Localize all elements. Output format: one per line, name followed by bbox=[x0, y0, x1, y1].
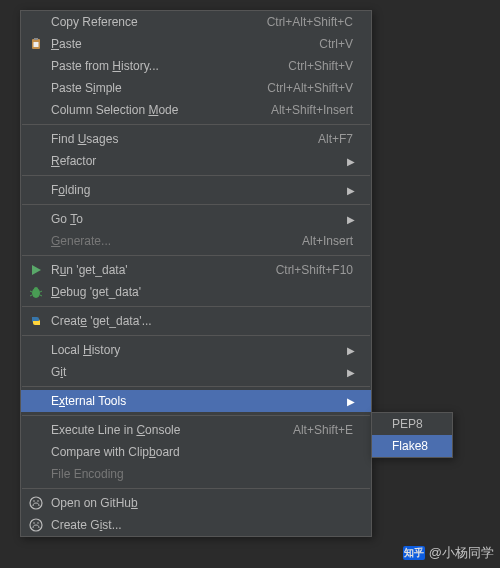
external-tools-submenu: PEP8 Flake8 bbox=[371, 412, 453, 458]
menu-label: Generate... bbox=[51, 234, 290, 248]
copy-reference-item[interactable]: Copy Reference Ctrl+Alt+Shift+C bbox=[21, 11, 371, 33]
menu-label: Paste Simple bbox=[51, 81, 255, 95]
blank-icon bbox=[27, 364, 45, 380]
shortcut: Alt+F7 bbox=[318, 132, 353, 146]
svg-point-15 bbox=[37, 522, 39, 524]
submenu-arrow-icon: ▶ bbox=[347, 345, 353, 356]
create-gist-item[interactable]: Create Gist... bbox=[21, 514, 371, 536]
svg-point-14 bbox=[33, 522, 35, 524]
file-encoding-item[interactable]: File Encoding bbox=[21, 463, 371, 485]
menu-label: Go To bbox=[51, 212, 337, 226]
debug-icon bbox=[27, 284, 45, 300]
watermark-text: @小杨同学 bbox=[429, 544, 494, 562]
blank-icon bbox=[27, 80, 45, 96]
generate-item[interactable]: Generate... Alt+Insert bbox=[21, 230, 371, 252]
menu-label: Run 'get_data' bbox=[51, 263, 264, 277]
paste-item[interactable]: Paste Ctrl+V bbox=[21, 33, 371, 55]
python-icon bbox=[27, 313, 45, 329]
submenu-arrow-icon: ▶ bbox=[347, 396, 353, 407]
pep8-item[interactable]: PEP8 bbox=[372, 413, 452, 435]
blank-icon bbox=[27, 153, 45, 169]
svg-line-6 bbox=[30, 291, 32, 292]
zhihu-icon: 知乎 bbox=[403, 546, 425, 560]
menu-label: Folding bbox=[51, 183, 337, 197]
blank-icon bbox=[27, 444, 45, 460]
blank-icon bbox=[27, 182, 45, 198]
local-history-item[interactable]: Local History ▶ bbox=[21, 339, 371, 361]
menu-label: Compare with Clipboard bbox=[51, 445, 353, 459]
submenu-arrow-icon: ▶ bbox=[347, 214, 353, 225]
menu-label: Flake8 bbox=[392, 439, 442, 453]
paste-simple-item[interactable]: Paste Simple Ctrl+Alt+Shift+V bbox=[21, 77, 371, 99]
find-usages-item[interactable]: Find Usages Alt+F7 bbox=[21, 128, 371, 150]
run-item[interactable]: Run 'get_data' Ctrl+Shift+F10 bbox=[21, 259, 371, 281]
compare-clipboard-item[interactable]: Compare with Clipboard bbox=[21, 441, 371, 463]
menu-label: Open on GitHub bbox=[51, 496, 353, 510]
menu-label: PEP8 bbox=[392, 417, 442, 431]
svg-rect-1 bbox=[34, 38, 38, 40]
blank-icon bbox=[27, 58, 45, 74]
svg-point-11 bbox=[33, 500, 35, 502]
menu-label: External Tools bbox=[51, 394, 337, 408]
github-icon bbox=[27, 517, 45, 533]
separator bbox=[22, 204, 370, 205]
submenu-arrow-icon: ▶ bbox=[347, 185, 353, 196]
menu-label: Refactor bbox=[51, 154, 337, 168]
blank-icon bbox=[27, 131, 45, 147]
git-item[interactable]: Git ▶ bbox=[21, 361, 371, 383]
menu-label: File Encoding bbox=[51, 467, 353, 481]
menu-label: Create 'get_data'... bbox=[51, 314, 353, 328]
menu-label: Local History bbox=[51, 343, 337, 357]
shortcut: Ctrl+Shift+V bbox=[288, 59, 353, 73]
separator bbox=[22, 386, 370, 387]
svg-rect-2 bbox=[34, 42, 39, 47]
run-icon bbox=[27, 262, 45, 278]
menu-label: Execute Line in Console bbox=[51, 423, 281, 437]
paste-icon bbox=[27, 36, 45, 52]
separator bbox=[22, 488, 370, 489]
open-github-item[interactable]: Open on GitHub bbox=[21, 492, 371, 514]
blank-icon bbox=[27, 393, 45, 409]
menu-label: Paste from History... bbox=[51, 59, 276, 73]
menu-label: Column Selection Mode bbox=[51, 103, 259, 117]
blank-icon bbox=[27, 342, 45, 358]
submenu-arrow-icon: ▶ bbox=[347, 367, 353, 378]
svg-marker-3 bbox=[32, 265, 41, 275]
svg-line-9 bbox=[40, 295, 42, 296]
blank-icon bbox=[27, 211, 45, 227]
external-tools-item[interactable]: External Tools ▶ bbox=[21, 390, 371, 412]
create-item[interactable]: Create 'get_data'... bbox=[21, 310, 371, 332]
separator bbox=[22, 335, 370, 336]
blank-icon bbox=[27, 102, 45, 118]
shortcut: Ctrl+V bbox=[319, 37, 353, 51]
context-menu: Copy Reference Ctrl+Alt+Shift+C Paste Ct… bbox=[20, 10, 372, 537]
folding-item[interactable]: Folding ▶ bbox=[21, 179, 371, 201]
menu-label: Paste bbox=[51, 37, 307, 51]
blank-icon bbox=[27, 466, 45, 482]
blank-icon bbox=[27, 14, 45, 30]
debug-item[interactable]: Debug 'get_data' bbox=[21, 281, 371, 303]
column-mode-item[interactable]: Column Selection Mode Alt+Shift+Insert bbox=[21, 99, 371, 121]
execute-console-item[interactable]: Execute Line in Console Alt+Shift+E bbox=[21, 419, 371, 441]
separator bbox=[22, 306, 370, 307]
menu-label: Debug 'get_data' bbox=[51, 285, 353, 299]
shortcut: Ctrl+Shift+F10 bbox=[276, 263, 353, 277]
submenu-arrow-icon: ▶ bbox=[347, 156, 353, 167]
menu-label: Create Gist... bbox=[51, 518, 353, 532]
blank-icon bbox=[27, 233, 45, 249]
paste-history-item[interactable]: Paste from History... Ctrl+Shift+V bbox=[21, 55, 371, 77]
refactor-item[interactable]: Refactor ▶ bbox=[21, 150, 371, 172]
separator bbox=[22, 255, 370, 256]
shortcut: Alt+Shift+E bbox=[293, 423, 353, 437]
svg-point-12 bbox=[37, 500, 39, 502]
github-icon bbox=[27, 495, 45, 511]
blank-icon bbox=[27, 422, 45, 438]
shortcut: Ctrl+Alt+Shift+C bbox=[267, 15, 353, 29]
goto-item[interactable]: Go To ▶ bbox=[21, 208, 371, 230]
menu-label: Copy Reference bbox=[51, 15, 255, 29]
shortcut: Alt+Shift+Insert bbox=[271, 103, 353, 117]
separator bbox=[22, 124, 370, 125]
menu-label: Git bbox=[51, 365, 337, 379]
svg-line-8 bbox=[30, 295, 32, 296]
flake8-item[interactable]: Flake8 bbox=[372, 435, 452, 457]
